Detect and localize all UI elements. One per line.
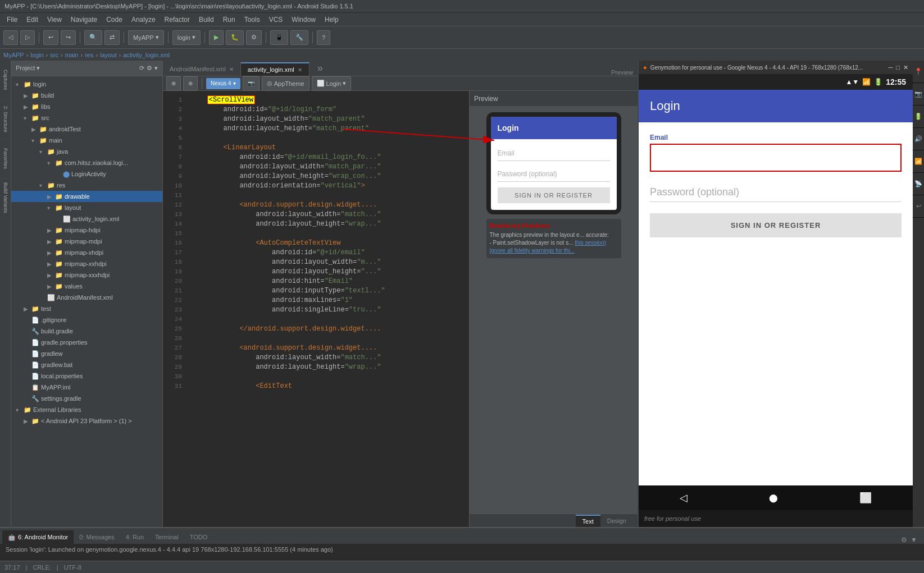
run-btn[interactable]: ▶: [209, 30, 224, 45]
xml-editor[interactable]: 12345 678910 1112131415 1617181920 21222…: [163, 91, 469, 527]
tree-values[interactable]: ▶ 📁values: [11, 281, 162, 292]
structure-tab[interactable]: 2: Structure: [0, 100, 11, 139]
captures-tab[interactable]: Captures: [0, 61, 11, 100]
android-home-btn[interactable]: ⬤: [769, 493, 778, 502]
menu-view[interactable]: View: [43, 16, 66, 24]
breadcrumb-myapp[interactable]: MyAPP: [3, 52, 24, 58]
tree-res[interactable]: ▾ 📁res: [11, 180, 162, 191]
tree-libs[interactable]: ▶ 📁libs: [11, 101, 162, 112]
rendering-link2[interactable]: Ignore all fidelity warnings for thi...: [490, 247, 575, 254]
toolbar-forward-btn[interactable]: ▷: [20, 30, 35, 45]
geny-close-btn[interactable]: ✕: [903, 64, 908, 71]
help-btn[interactable]: ?: [317, 30, 330, 45]
tree-android-api[interactable]: ▶ 📁< Android API 23 Platform > (1) >: [11, 415, 162, 427]
text-tab[interactable]: Text: [576, 515, 600, 527]
menu-build[interactable]: Build: [194, 16, 219, 24]
nexus-dropdown-btn[interactable]: Nexus 4 ▾: [206, 78, 240, 89]
apptheme-btn[interactable]: ◎ AppTheme: [262, 76, 309, 91]
breadcrumb-main[interactable]: main: [65, 52, 79, 58]
geny-maximize-btn[interactable]: □: [896, 64, 900, 71]
breadcrumb-res[interactable]: res: [85, 52, 93, 58]
tree-mipmap-xxhdpi[interactable]: ▶ 📁mipmap-xxhdpi: [11, 258, 162, 269]
phone-email-input[interactable]: Email: [498, 146, 610, 161]
menu-refactor[interactable]: Refactor: [160, 16, 194, 24]
sdk-btn[interactable]: 🔧: [290, 30, 308, 45]
geny-back-icon[interactable]: ↩: [913, 195, 924, 218]
tree-drawable[interactable]: ▶ 📁drawable: [11, 191, 162, 202]
minimize-panel-icon[interactable]: ▼: [911, 536, 917, 544]
menu-navigate[interactable]: Navigate: [66, 16, 102, 24]
tree-androidmanifest[interactable]: ⬜AndroidManifest.xml: [11, 292, 162, 303]
avd-btn[interactable]: 📱: [270, 30, 288, 45]
android-monitor-tab[interactable]: 🤖 6: Android Monitor: [2, 530, 74, 544]
android-email-input[interactable]: [650, 144, 902, 172]
tree-loginactivity[interactable]: ⬤LoginActivity: [11, 168, 162, 180]
debug-btn[interactable]: 🐛: [226, 30, 244, 45]
terminal-tab[interactable]: Terminal: [149, 530, 184, 544]
tree-java[interactable]: ▾ 📁java: [11, 146, 162, 157]
close-androidmanifest-icon[interactable]: ✕: [229, 66, 234, 72]
geny-volume-icon[interactable]: 🔊: [913, 128, 924, 150]
tree-external-libs[interactable]: ▾ 📁External Libraries: [11, 404, 162, 415]
tree-layout[interactable]: ▾ 📁layout: [11, 202, 162, 213]
breadcrumb-layout[interactable]: layout: [100, 52, 116, 58]
toolbar-replace-btn[interactable]: ⇄: [104, 30, 120, 45]
menu-code[interactable]: Code: [102, 16, 127, 24]
geny-gps-icon[interactable]: 📍: [913, 61, 924, 83]
project-dropdown[interactable]: login ▾: [172, 30, 201, 45]
menu-edit[interactable]: Edit: [22, 16, 43, 24]
rendering-link1[interactable]: this session): [575, 240, 606, 246]
geny-signal-strip-icon[interactable]: 📶: [913, 150, 924, 173]
settings-icon[interactable]: ⚙: [901, 536, 907, 544]
sidebar-collapse-icon[interactable]: ▾: [154, 65, 158, 72]
tree-build-gradle[interactable]: 🔧build.gradle: [11, 326, 162, 337]
messages-tab[interactable]: 0: Messages: [74, 530, 120, 544]
tree-test[interactable]: ▶ 📁test: [11, 303, 162, 314]
toolbar-search-btn[interactable]: 🔍: [84, 30, 102, 45]
phone-signin-btn[interactable]: SIGN IN OR REGISTER: [498, 187, 610, 203]
geny-nfc-icon[interactable]: 📡: [913, 173, 924, 195]
toolbar-redo-btn[interactable]: ↪: [61, 30, 76, 45]
menu-file[interactable]: File: [2, 16, 22, 24]
tree-androidtest[interactable]: ▶ 📁androidTest: [11, 123, 162, 135]
android-recents-btn[interactable]: ⬜: [859, 492, 872, 504]
screenshot-btn[interactable]: 📷: [243, 76, 260, 91]
tree-mipmap-hdpi[interactable]: ▶ 📁mipmap-hdpi: [11, 224, 162, 236]
tree-src[interactable]: ▾ 📁src: [11, 112, 162, 123]
menu-run[interactable]: Run: [219, 16, 240, 24]
tree-mipmap-mdpi[interactable]: ▶ 📁mipmap-mdpi: [11, 236, 162, 247]
breadcrumb-file[interactable]: activity_login.xml: [123, 52, 170, 58]
geny-camera-icon[interactable]: 📷: [913, 83, 924, 106]
tree-login[interactable]: ▾ 📁login: [11, 79, 162, 90]
build-variants-tab[interactable]: Build Variants: [0, 178, 11, 218]
preview-tab-btn[interactable]: Preview: [611, 69, 638, 76]
tree-gradlew[interactable]: 📄gradlew: [11, 348, 162, 359]
tree-package[interactable]: ▾ 📁com.hitsz.xiaokai.logi...: [11, 157, 162, 168]
menu-vcs[interactable]: VCS: [265, 16, 288, 24]
menu-help[interactable]: Help: [320, 16, 343, 24]
favorites-tab[interactable]: Favorites: [0, 139, 11, 178]
menu-window[interactable]: Window: [287, 16, 320, 24]
sidebar-config-icon[interactable]: ⚙: [147, 65, 152, 72]
tree-main[interactable]: ▾ 📁main: [11, 135, 162, 146]
tree-activity-login[interactable]: ⬜activity_login.xml: [11, 213, 162, 224]
tree-gitignore[interactable]: 📄.gitignore: [11, 314, 162, 326]
run-tab[interactable]: 4: Run: [120, 530, 149, 544]
phone-password-input[interactable]: Password (optional): [498, 167, 610, 182]
android-back-btn[interactable]: ◁: [680, 492, 688, 504]
editor-toolbar-icon2[interactable]: ⊕: [183, 76, 198, 91]
tab-activity-login[interactable]: activity_login.xml ✕: [241, 62, 309, 76]
todo-tab[interactable]: TODO: [184, 530, 213, 544]
tree-gradle-props[interactable]: 📄gradle.properties: [11, 337, 162, 348]
breadcrumb-src[interactable]: src: [50, 52, 58, 58]
tree-settings-gradle[interactable]: 🔧settings.gradle: [11, 393, 162, 404]
tab-androidmanifest[interactable]: AndroidManifest.xml ✕: [163, 62, 241, 76]
android-password-input[interactable]: Password (optional): [650, 183, 902, 202]
tab-overflow[interactable]: »: [314, 61, 326, 76]
login-activity-btn[interactable]: ⬜ Login ▾: [312, 76, 352, 91]
run-config-dropdown[interactable]: MyAPP ▾: [128, 30, 164, 45]
geny-battery-strip-icon[interactable]: 🔋: [913, 106, 924, 128]
tree-myapp-iml[interactable]: 📋MyAPP.iml: [11, 382, 162, 393]
sidebar-sync-icon[interactable]: ⟳: [139, 65, 144, 72]
attach-btn[interactable]: ⚙: [246, 30, 262, 45]
